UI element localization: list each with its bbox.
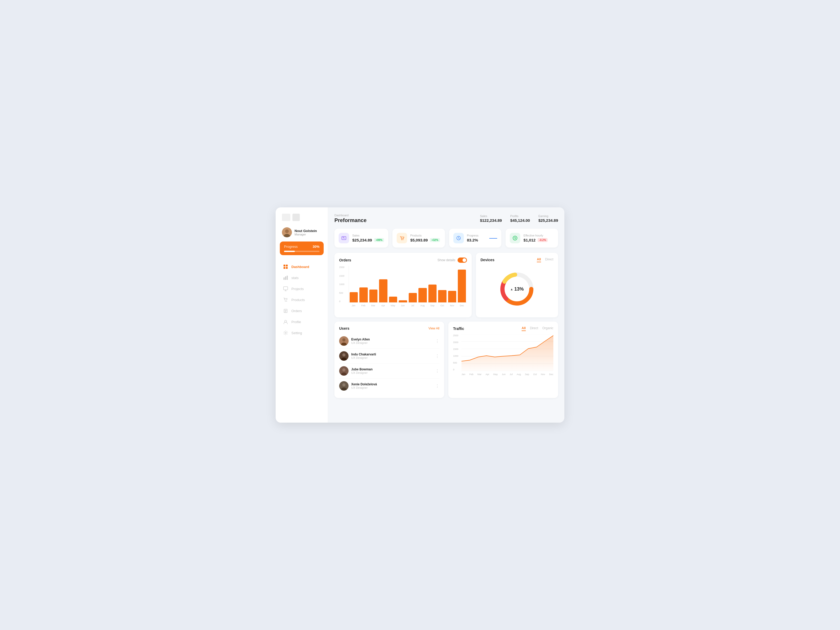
setting-icon [283, 330, 288, 335]
user-more-3[interactable]: ⋮ [435, 369, 439, 374]
summary-cards: Sales $25,234.89 +89% Prod [335, 229, 558, 248]
svg-rect-3 [284, 265, 285, 267]
bar-dec [458, 270, 466, 302]
logo-block-2 [292, 214, 300, 221]
bar-label-dec: Dec [457, 304, 467, 307]
bar-oct [438, 290, 446, 302]
svg-point-1 [285, 229, 289, 233]
svg-rect-8 [285, 276, 286, 280]
sidebar-item-profile[interactable]: Profile [280, 317, 324, 327]
user-name-2: Indu Chakarvarti [351, 352, 376, 356]
projects-label: Projects [291, 287, 304, 291]
user-info: Nout Golstein Manager [280, 227, 324, 237]
sidebar-item-products[interactable]: Products [280, 295, 324, 305]
devices-card: Devices All Direct [476, 253, 558, 317]
sidebar-item-dashboard[interactable]: Dashboard [280, 261, 324, 272]
donut-container: ▲ 13% [481, 265, 554, 313]
progress-card-value: 83.2% [467, 238, 478, 242]
stat-sales-label: Sales [480, 215, 502, 218]
user-avatar-3 [339, 366, 349, 376]
user-role: Manager [295, 233, 317, 236]
toggle-container: Show details [437, 257, 467, 263]
header-stat-profits: Profits $45,124.00 [510, 215, 530, 223]
toggle-label: Show details [437, 258, 455, 262]
bar-chart-wrapper: 2500 1500 1000 500 0 JanFebMarAprMayJunJ… [339, 266, 467, 307]
orders-icon [283, 308, 288, 313]
svg-point-17 [403, 239, 403, 240]
user-name: Nout Golstein [295, 229, 317, 233]
user-details-3: Jube Bowman UX Designer [351, 368, 373, 374]
area-chart-svg [461, 334, 553, 371]
toggle-switch[interactable] [458, 257, 467, 263]
traffic-tab-all[interactable]: All [522, 326, 526, 331]
devices-tabs: All Direct [537, 257, 553, 262]
traffic-header: Traffic All Direct Organic [453, 326, 553, 331]
header: Dashboard Preformance Sales $122,234.89 … [335, 214, 558, 223]
effective-badge: -0.2% [538, 238, 548, 242]
traffic-card: Traffic All Direct Organic 2500 2000 150… [448, 322, 558, 398]
progress-label: Progress [284, 245, 298, 249]
donut-arrow: ▲ [510, 287, 513, 291]
user-more-4[interactable]: ⋮ [435, 384, 439, 388]
user-details-4: Xenie Doleželová UX Designer [351, 382, 377, 389]
summary-card-progress: Progress 83.2% [449, 229, 502, 248]
logo-area [280, 214, 324, 221]
orders-chart-header: Orders Show details [339, 257, 467, 263]
devices-title: Devices [481, 258, 494, 262]
products-card-value: $5,093.89 [410, 238, 428, 242]
bar-label-aug: Aug [418, 304, 428, 307]
users-title: Users [339, 326, 349, 330]
bar-label-jun: Jun [398, 304, 408, 307]
devices-tab-direct[interactable]: Direct [545, 257, 553, 262]
svg-rect-6 [286, 267, 288, 269]
user-role-1: UX Designer [351, 341, 370, 344]
effective-card-icon [510, 233, 520, 243]
page-title: Preformance [335, 217, 366, 223]
bar-may [389, 297, 397, 302]
stat-profits-label: Profits [510, 215, 530, 218]
devices-tab-all[interactable]: All [537, 257, 541, 262]
y-axis: 2500 1500 1000 500 0 [339, 266, 344, 303]
sidebar-item-projects[interactable]: Projects [280, 284, 324, 294]
bar-label-mar: Mar [368, 304, 378, 307]
sidebar-item-orders[interactable]: Orders [280, 306, 324, 316]
products-icon [283, 297, 288, 302]
projects-icon [283, 286, 288, 291]
stats-icon [283, 275, 288, 280]
view-all-button[interactable]: View All [428, 327, 439, 330]
progress-card-icon [453, 233, 464, 243]
donut-value: 13% [514, 286, 524, 292]
traffic-tab-organic[interactable]: Organic [542, 326, 553, 331]
svg-point-33 [342, 383, 346, 387]
effective-card-value: $1,012 [523, 238, 535, 242]
donut-center: ▲ 13% [510, 286, 524, 292]
effective-card-info: Effective hourly $1,012 -0.2% [523, 234, 548, 242]
traffic-tab-direct[interactable]: Direct [530, 326, 538, 331]
products-card-icon [396, 233, 407, 243]
bar-label-oct: Oct [437, 304, 447, 307]
products-card-title: Products [410, 234, 440, 237]
user-more-2[interactable]: ⋮ [435, 354, 439, 358]
traffic-x-labels: Jan Feb Mar Apr May Jun Jul Aug Sep Oct … [461, 373, 553, 376]
bars-container [349, 266, 467, 303]
bar-label-feb: Feb [358, 304, 369, 307]
traffic-y-axis: 2500 2000 1500 1000 500 0 [453, 334, 458, 371]
user-details-2: Indu Chakarvarti UX Designer [351, 352, 376, 359]
bar-nov [448, 291, 456, 302]
area-chart-container: 2500 2000 1500 1000 500 0 [453, 334, 553, 376]
svg-point-14 [285, 332, 286, 334]
svg-point-30 [342, 368, 346, 371]
stat-profits-value: $45,124.00 [510, 218, 530, 223]
traffic-tabs: All Direct Organic [522, 326, 553, 331]
progress-card-info: Progress 83.2% [467, 234, 478, 242]
orders-chart-card: Orders Show details 2500 1500 1000 500 0 [335, 253, 472, 317]
user-more-1[interactable]: ⋮ [435, 339, 439, 344]
svg-point-11 [285, 301, 286, 302]
sidebar-item-stats[interactable]: stats [280, 273, 324, 283]
svg-rect-10 [284, 287, 288, 290]
user-avatar-4 [339, 381, 349, 391]
svg-rect-9 [287, 276, 288, 280]
bar-label-may: May [388, 304, 398, 307]
dashboard-icon [283, 264, 288, 269]
sidebar-item-setting[interactable]: Setting [280, 328, 324, 338]
